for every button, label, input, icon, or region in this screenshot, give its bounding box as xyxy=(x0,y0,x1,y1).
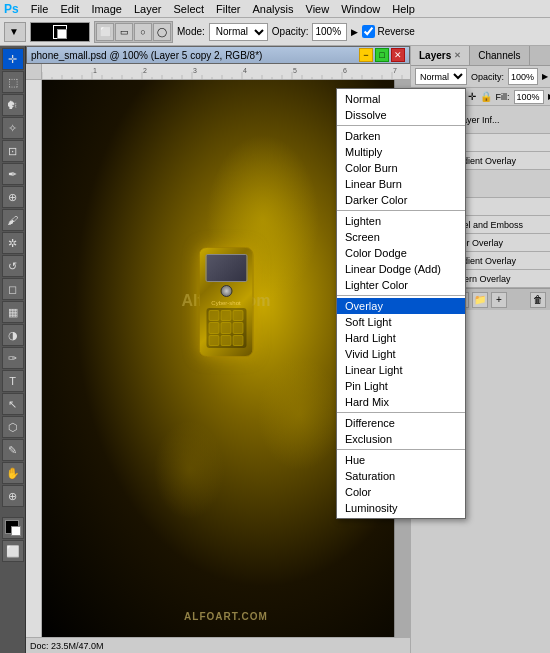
blend-linear-burn[interactable]: Linear Burn xyxy=(337,176,465,192)
tab-layers[interactable]: Layers ✕ xyxy=(411,46,470,65)
blend-linear-dodge[interactable]: Linear Dodge (Add) xyxy=(337,261,465,277)
opacity-arrow-icon[interactable]: ▶ xyxy=(542,72,548,81)
tool-spot-heal[interactable]: ⊕ xyxy=(2,186,24,208)
svg-text:7: 7 xyxy=(393,67,397,74)
document-titlebar: phone_small.psd @ 100% (Layer 5 copy 2, … xyxy=(26,46,410,64)
blend-dissolve[interactable]: Dissolve xyxy=(337,107,465,123)
tool-magic-wand[interactable]: ✧ xyxy=(2,117,24,139)
key-9 xyxy=(233,335,244,346)
blend-overlay[interactable]: Overlay xyxy=(337,298,465,314)
menu-image[interactable]: Image xyxy=(91,3,122,15)
menu-file[interactable]: File xyxy=(31,3,49,15)
screen-mode[interactable]: ⬜ xyxy=(2,540,24,562)
new-group-btn[interactable]: 📁 xyxy=(472,292,488,308)
ps-logo[interactable]: Ps xyxy=(4,2,19,16)
tool-gradient[interactable]: ▦ xyxy=(2,301,24,323)
tab-channels[interactable]: Channels xyxy=(470,46,529,65)
menu-window[interactable]: Window xyxy=(341,3,380,15)
tool-type[interactable]: T xyxy=(2,370,24,392)
blend-hard-light[interactable]: Hard Light xyxy=(337,330,465,346)
blend-color-dodge[interactable]: Color Dodge xyxy=(337,245,465,261)
tool-eraser[interactable]: ◻ xyxy=(2,278,24,300)
opacity-input[interactable] xyxy=(312,23,347,41)
blend-luminosity[interactable]: Luminosity xyxy=(337,500,465,516)
tool-marquee[interactable]: ⬚ xyxy=(2,71,24,93)
fill-input[interactable] xyxy=(514,90,544,104)
layer-name: Layer Inf... xyxy=(457,115,546,125)
tool-pen[interactable]: ✑ xyxy=(2,347,24,369)
blend-lighten[interactable]: Lighten xyxy=(337,213,465,229)
bottom-watermark: ALFOART.COM xyxy=(184,611,268,622)
blend-multiply[interactable]: Multiply xyxy=(337,144,465,160)
phone-lens xyxy=(220,285,232,297)
mode-select[interactable]: Normal xyxy=(209,23,268,41)
ruler-corner xyxy=(26,64,42,80)
doc-maximize-btn[interactable]: □ xyxy=(375,48,389,62)
blend-group-2: Darken Multiply Color Burn Linear Burn D… xyxy=(337,126,465,211)
lock-all-icon[interactable]: 🔒 xyxy=(480,91,492,102)
foreground-color[interactable] xyxy=(30,22,90,42)
brush-shape-btn[interactable]: ○ xyxy=(134,23,152,41)
svg-text:2: 2 xyxy=(143,67,147,74)
blend-pin-light[interactable]: Pin Light xyxy=(337,378,465,394)
tool-clone[interactable]: ✲ xyxy=(2,232,24,254)
menu-layer[interactable]: Layer xyxy=(134,3,162,15)
phone-keypad xyxy=(206,308,246,348)
tool-path-select[interactable]: ↖ xyxy=(2,393,24,415)
foreground-bg-colors[interactable] xyxy=(2,517,24,539)
doc-close-btn[interactable]: ✕ xyxy=(391,48,405,62)
tool-history-brush[interactable]: ↺ xyxy=(2,255,24,277)
layers-opacity-input[interactable] xyxy=(508,68,538,85)
blend-screen[interactable]: Screen xyxy=(337,229,465,245)
reverse-checkbox[interactable] xyxy=(362,25,375,38)
menu-view[interactable]: View xyxy=(306,3,330,15)
menu-filter[interactable]: Filter xyxy=(216,3,240,15)
reverse-checkbox-label[interactable]: Reverse xyxy=(362,25,414,38)
brush-size-btn[interactable]: ▭ xyxy=(115,23,133,41)
lock-position-icon[interactable]: ✛ xyxy=(468,91,476,102)
brush-preset-btn[interactable]: ⬜ xyxy=(96,23,114,41)
menu-analysis[interactable]: Analysis xyxy=(253,3,294,15)
blend-color[interactable]: Color xyxy=(337,484,465,500)
tab-layers-close[interactable]: ✕ xyxy=(454,51,461,60)
menu-edit[interactable]: Edit xyxy=(60,3,79,15)
blend-color-burn[interactable]: Color Burn xyxy=(337,160,465,176)
blend-normal[interactable]: Normal xyxy=(337,91,465,107)
blend-saturation[interactable]: Saturation xyxy=(337,468,465,484)
phone-brand-label: Cyber-shot xyxy=(200,300,253,306)
key-8 xyxy=(220,335,231,346)
blend-soft-light[interactable]: Soft Light xyxy=(337,314,465,330)
opacity-arrow[interactable]: ▶ xyxy=(351,27,358,37)
mode-label: Mode: xyxy=(177,26,205,37)
blend-exclusion[interactable]: Exclusion xyxy=(337,431,465,447)
blend-hard-mix[interactable]: Hard Mix xyxy=(337,394,465,410)
delete-layer-btn[interactable]: 🗑 xyxy=(530,292,546,308)
tool-lasso[interactable]: 🗣 xyxy=(2,94,24,116)
blend-darker-color[interactable]: Darker Color xyxy=(337,192,465,208)
tool-shape[interactable]: ⬡ xyxy=(2,416,24,438)
opacity-label: Opacity: xyxy=(471,72,504,82)
tools-panel: ✛ ⬚ 🗣 ✧ ⊡ ✒ ⊕ 🖌 ✲ ↺ ◻ ▦ ◑ ✑ T ↖ ⬡ ✎ ✋ ⊕ … xyxy=(0,46,26,653)
new-layer-btn[interactable]: + xyxy=(491,292,507,308)
blend-hue[interactable]: Hue xyxy=(337,452,465,468)
tool-crop[interactable]: ⊡ xyxy=(2,140,24,162)
key-7 xyxy=(208,335,219,346)
tool-brush[interactable]: 🖌 xyxy=(2,209,24,231)
blend-lighter-color[interactable]: Lighter Color xyxy=(337,277,465,293)
tool-hand[interactable]: ✋ xyxy=(2,462,24,484)
blend-linear-light[interactable]: Linear Light xyxy=(337,362,465,378)
blend-darken[interactable]: Darken xyxy=(337,128,465,144)
tool-options-btn[interactable]: ▼ xyxy=(4,22,26,42)
blend-vivid-light[interactable]: Vivid Light xyxy=(337,346,465,362)
blend-mode-select[interactable]: Normal xyxy=(415,68,467,85)
doc-minimize-btn[interactable]: − xyxy=(359,48,373,62)
menu-help[interactable]: Help xyxy=(392,3,415,15)
tool-zoom[interactable]: ⊕ xyxy=(2,485,24,507)
blend-difference[interactable]: Difference xyxy=(337,415,465,431)
menu-select[interactable]: Select xyxy=(174,3,205,15)
tool-move[interactable]: ✛ xyxy=(2,48,24,70)
brush-round-btn[interactable]: ◯ xyxy=(153,23,171,41)
tool-dodge[interactable]: ◑ xyxy=(2,324,24,346)
tool-eyedropper[interactable]: ✒ xyxy=(2,163,24,185)
tool-notes[interactable]: ✎ xyxy=(2,439,24,461)
